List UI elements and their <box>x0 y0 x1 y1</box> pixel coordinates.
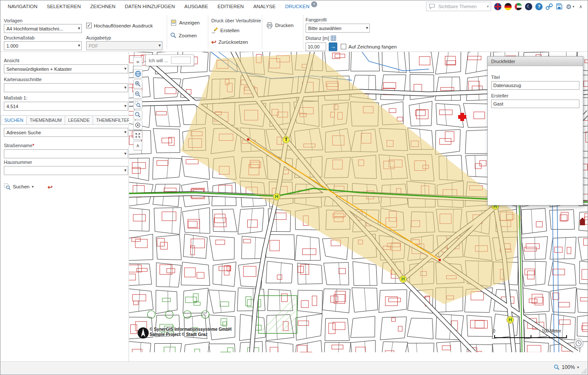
help-icon[interactable]: ? <box>535 3 543 10</box>
ich-will-input[interactable] <box>171 57 191 64</box>
fangen-checkbox[interactable] <box>341 44 346 49</box>
hochaufloesend-checkbox[interactable]: ✓ <box>86 23 92 28</box>
vorlagen-select[interactable]: A4 Hochformat blattschni... ▾ <box>4 24 82 33</box>
full-extent-button[interactable] <box>133 131 142 140</box>
massstab-select[interactable]: 4.514 ▾ <box>4 102 128 111</box>
search-area-icon <box>4 183 11 190</box>
language-german-icon[interactable] <box>504 3 512 10</box>
app-window: NAVIGATIONSELEKTIERENZEICHNENDATEN HINZU… <box>0 0 588 375</box>
ich-will-label: Ich will ... <box>149 58 168 63</box>
apply-distance-button[interactable]: → <box>329 42 337 51</box>
strassenname-combo[interactable]: ▾ <box>4 149 128 158</box>
save-icon[interactable] <box>556 3 563 10</box>
sidebar-tab-themenfilter[interactable]: THEMENFILTER <box>93 115 134 125</box>
toolbar-collapse-button[interactable]: ∧ <box>133 141 142 150</box>
titel-label: Titel <box>491 75 579 80</box>
menu-tab-zeichnen[interactable]: ZEICHNEN <box>85 4 120 9</box>
ansicht-select[interactable]: Sehenswürdigkeiten + Kataster ▾ <box>4 64 128 73</box>
zoom-in-button[interactable] <box>133 79 142 88</box>
zoom-in-icon <box>135 81 141 87</box>
menu-tab-analyse[interactable]: ANALYSE <box>249 4 280 9</box>
caret-down-icon: ▾ <box>124 130 126 134</box>
zoom-level-value: 100% <box>562 364 575 370</box>
share-link-icon[interactable] <box>546 3 553 10</box>
close-active-tab-icon[interactable]: × <box>311 1 317 7</box>
caret-down-icon: ▾ <box>124 103 126 108</box>
printer-icon <box>266 22 273 29</box>
ausgabetyp-select[interactable]: PDF ▾ <box>86 41 162 50</box>
map-marker-h-4[interactable]: H <box>507 316 514 324</box>
menu-tab-selektieren[interactable]: SELEKTIEREN <box>42 4 85 9</box>
caret-down-icon: ▾ <box>78 43 80 48</box>
gear-icon: ⚙ <box>566 3 571 10</box>
ersteller-input[interactable] <box>491 100 579 108</box>
visible-themes-label: Sichtbare Themen <box>438 4 477 9</box>
drucken-button[interactable]: Drucken <box>266 22 294 29</box>
search-type-select[interactable]: Adressen Suche ▾ <box>4 128 128 137</box>
caret-down-icon: ▾ <box>487 4 489 9</box>
titel-input[interactable] <box>491 81 579 90</box>
menu-tab-editieren[interactable]: EDITIEREN <box>213 4 249 9</box>
required-asterisk: * <box>33 143 34 148</box>
strassenname-label: Straßenname* <box>4 143 34 148</box>
hausnummer-combo[interactable]: ▾ <box>4 166 128 175</box>
druckmassstab-label: Druckmaßstab <box>4 35 35 40</box>
zoom-out-button[interactable] <box>133 90 142 99</box>
sidebar-tab-bar: SUCHENTHEMENBAUMLEGENDETHEMENFILTER <box>1 115 134 125</box>
erstellen-button[interactable]: Erstellen <box>211 27 240 34</box>
time-slider-button[interactable] <box>574 339 583 348</box>
zoom-out-icon <box>135 91 141 97</box>
resize-grip[interactable] <box>582 369 587 374</box>
anzeigen-button[interactable]: Anzeigen <box>170 19 200 26</box>
suchen-button[interactable]: Suchen ▾ <box>4 183 34 190</box>
vorlagen-label: Vorlagen <box>4 18 22 23</box>
grid-icon <box>331 36 336 41</box>
map-viewport: « Ich will ... ∧ © SynerGIS Informations… <box>129 52 588 352</box>
settings-menu-button[interactable]: ⚙ ▾ <box>566 3 574 10</box>
druckmassstab-select[interactable]: 1.000 ▾ <box>4 41 82 50</box>
sidebar-tab-legende[interactable]: LEGENDE <box>65 115 93 125</box>
collapse-ribbon-button[interactable]: ∧ <box>577 4 584 9</box>
menu-tab-bar: NAVIGATIONSELEKTIERENZEICHNENDATEN HINZU… <box>3 0 318 12</box>
zoom-window-button[interactable] <box>133 100 142 109</box>
collapse-sidebar-button[interactable]: « <box>133 57 142 66</box>
menubar: NAVIGATIONSELEKTIERENZEICHNENDATEN HINZU… <box>0 0 588 12</box>
druckfelder-panel-header[interactable]: Druckfelder <box>488 57 583 66</box>
center-map-button[interactable] <box>133 121 142 130</box>
zoomen-button[interactable]: Zoomen <box>170 32 197 39</box>
left-sidebar: Ansicht Sehenswürdigkeiten + Kataster ▾ … <box>0 52 129 362</box>
menubar-right-tools: Sichtbare Themen ▾ ☾ ? ⚙ ▾ ∧ <box>426 2 584 11</box>
menu-tab-drucken[interactable]: DRUCKEN <box>280 4 314 9</box>
kartenausschnitte-select[interactable]: ▾ <box>4 83 128 92</box>
north-arrow-icon <box>137 327 150 339</box>
menu-tab-daten-hinzufügen[interactable]: DATEN HINZUFÜGEN <box>120 4 180 9</box>
fangprofil-select[interactable]: Bitte auswählen ▾ <box>306 24 370 33</box>
zoom-previous-button[interactable] <box>133 110 142 119</box>
globe-icon <box>135 70 141 77</box>
map-marker-t-0[interactable]: T <box>282 136 290 143</box>
zuruecksetzen-button[interactable]: ↩ Zurücksetzen <box>211 39 248 45</box>
map-marker-h-1[interactable]: H <box>273 193 280 200</box>
reset-search-button[interactable]: ↩ <box>48 184 53 190</box>
preview-page-icon <box>170 19 177 26</box>
massstab-label: Maßstab 1: <box>4 95 27 100</box>
visible-themes-dropdown[interactable]: Sichtbare Themen ▾ <box>426 2 491 11</box>
map-copyright: © SynerGIS Informationssysteme GmbH Samp… <box>150 327 231 337</box>
overview-globe-button[interactable] <box>133 69 142 78</box>
ich-will-widget[interactable]: Ich will ... <box>145 54 194 66</box>
language-english-icon[interactable] <box>494 3 501 10</box>
zoom-control[interactable]: 100% ▾ <box>554 364 579 370</box>
map-marker-h-2[interactable]: H <box>399 275 407 283</box>
verlaufslinie-group-label: Druck über Verlaufslinie <box>211 18 261 23</box>
sidebar-tab-themenbaum[interactable]: THEMENBAUM <box>27 115 65 125</box>
fangen-checkbox-row: Auf Zeichnung fangen <box>341 44 397 49</box>
distanz-label-row: Distanz [m] <box>306 36 336 41</box>
distanz-input[interactable] <box>306 42 326 51</box>
language-arabic-icon[interactable] <box>515 3 522 10</box>
sidebar-tab-suchen[interactable]: SUCHEN <box>1 115 27 125</box>
menu-tab-ausgabe[interactable]: AUSGABE <box>180 4 213 9</box>
menu-tab-navigation[interactable]: NAVIGATION <box>3 4 42 9</box>
center-target-icon <box>135 122 141 128</box>
night-mode-icon[interactable]: ☾ <box>525 3 532 10</box>
caret-down-icon: ▾ <box>32 184 34 189</box>
